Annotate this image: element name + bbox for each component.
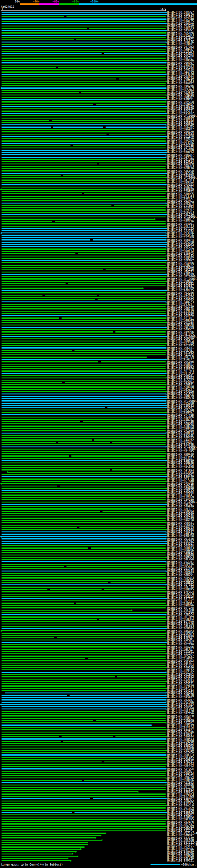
hit-bar[interactable] bbox=[2, 561, 166, 562]
hit-bar[interactable] bbox=[2, 577, 166, 578]
hit-bar[interactable] bbox=[2, 644, 166, 645]
hit-bar[interactable] bbox=[2, 258, 166, 259]
hit-bar[interactable] bbox=[2, 465, 166, 466]
hit-bar[interactable] bbox=[2, 426, 166, 427]
hit-bar[interactable] bbox=[2, 189, 166, 190]
hit-bar[interactable] bbox=[2, 472, 166, 473]
hit-bar[interactable] bbox=[2, 361, 166, 362]
hit-bar[interactable] bbox=[2, 394, 166, 395]
hit-bar[interactable] bbox=[2, 738, 166, 739]
hit-bar[interactable] bbox=[2, 331, 166, 332]
hit-bar[interactable] bbox=[2, 448, 166, 450]
hit-bar[interactable] bbox=[2, 750, 166, 751]
hit-bar[interactable] bbox=[2, 803, 166, 804]
hit-bar[interactable] bbox=[2, 124, 166, 125]
hit-bar[interactable] bbox=[2, 161, 166, 162]
hit-bar[interactable] bbox=[2, 287, 166, 288]
hit-bar[interactable] bbox=[2, 727, 166, 728]
hit-bar[interactable] bbox=[2, 278, 166, 279]
hit-bar[interactable] bbox=[2, 386, 166, 388]
hit-bar[interactable] bbox=[2, 704, 166, 705]
hit-bar[interactable] bbox=[2, 203, 166, 204]
hit-bar[interactable] bbox=[2, 356, 166, 358]
hit-bar[interactable] bbox=[2, 660, 166, 661]
hit-bar[interactable] bbox=[2, 784, 166, 785]
hit-bar[interactable] bbox=[2, 555, 166, 555]
hit-bar[interactable] bbox=[2, 837, 166, 838]
hit-bar[interactable] bbox=[2, 840, 166, 841]
hit-bar[interactable] bbox=[2, 594, 166, 595]
hit-bar[interactable] bbox=[2, 375, 166, 376]
hit-bar[interactable] bbox=[2, 633, 166, 634]
hit-bar[interactable] bbox=[2, 101, 166, 102]
hit-bar[interactable] bbox=[2, 552, 166, 553]
hit-bar[interactable] bbox=[2, 548, 166, 548]
hit-bar[interactable] bbox=[2, 748, 166, 748]
hit-bar[interactable] bbox=[2, 311, 166, 312]
hit-bar[interactable] bbox=[2, 14, 166, 15]
hit-bar[interactable] bbox=[2, 193, 166, 194]
hit-bar[interactable] bbox=[2, 798, 166, 799]
hit-bar[interactable] bbox=[2, 667, 166, 668]
hit-bar[interactable] bbox=[2, 232, 166, 234]
hit-bar[interactable] bbox=[2, 446, 166, 447]
hit-bar[interactable] bbox=[2, 345, 166, 346]
hit-bar[interactable] bbox=[2, 499, 166, 500]
hit-bar[interactable] bbox=[2, 244, 166, 245]
hit-bar[interactable] bbox=[2, 605, 166, 606]
hit-bar[interactable] bbox=[2, 354, 166, 355]
hit-bar[interactable] bbox=[2, 281, 166, 282]
hit-bar[interactable] bbox=[2, 324, 166, 326]
hit-bar[interactable] bbox=[2, 76, 166, 77]
hit-bar[interactable] bbox=[2, 697, 166, 698]
hit-bar[interactable] bbox=[2, 329, 166, 330]
hit-bar[interactable] bbox=[2, 805, 166, 806]
hit-bar[interactable] bbox=[2, 860, 166, 861]
hit-bar[interactable] bbox=[2, 743, 166, 744]
hit-bar[interactable] bbox=[2, 184, 166, 185]
hit-bar[interactable] bbox=[2, 522, 166, 523]
hit-bar[interactable] bbox=[2, 55, 166, 56]
hit-bar[interactable] bbox=[2, 490, 166, 491]
hit-bar[interactable] bbox=[2, 623, 166, 624]
hit-bar[interactable] bbox=[2, 214, 166, 215]
hit-label[interactable]: UniRef100_B4PCZ1 bbox=[167, 859, 194, 862]
hit-bar[interactable] bbox=[2, 421, 166, 422]
hit-bar[interactable] bbox=[2, 154, 166, 155]
hit-bar[interactable] bbox=[2, 568, 166, 569]
hit-bar[interactable] bbox=[2, 28, 166, 29]
hit-bar[interactable] bbox=[2, 846, 166, 847]
hit-bar[interactable] bbox=[2, 536, 166, 537]
hit-bar[interactable] bbox=[2, 543, 166, 544]
hit-bar[interactable] bbox=[2, 481, 166, 482]
hit-bar[interactable] bbox=[2, 575, 166, 576]
hit-bar[interactable] bbox=[2, 518, 166, 519]
hit-bar[interactable] bbox=[2, 177, 166, 178]
hit-bar[interactable] bbox=[2, 453, 166, 454]
hit-bar[interactable] bbox=[2, 516, 166, 516]
hit-bar[interactable] bbox=[2, 458, 166, 459]
hit-bar[interactable] bbox=[2, 557, 166, 558]
hit-bar[interactable] bbox=[2, 336, 166, 337]
hit-bar[interactable] bbox=[2, 587, 166, 588]
hit-bar[interactable] bbox=[2, 651, 166, 652]
hit-bar[interactable] bbox=[2, 200, 166, 201]
hit-bar[interactable] bbox=[2, 504, 166, 505]
hit-bar[interactable] bbox=[2, 67, 166, 68]
hit-bar[interactable] bbox=[2, 368, 166, 369]
hit-bar[interactable] bbox=[2, 621, 166, 622]
hit-bar[interactable] bbox=[2, 400, 166, 401]
hit-bar[interactable] bbox=[2, 681, 166, 682]
hit-bar[interactable] bbox=[2, 115, 166, 116]
hit-bar[interactable] bbox=[2, 456, 166, 456]
hit-bar[interactable] bbox=[2, 821, 166, 822]
hit-bar[interactable] bbox=[2, 251, 166, 252]
hit-bar[interactable] bbox=[2, 810, 166, 811]
hit-bar[interactable] bbox=[2, 384, 166, 385]
hit-bar[interactable] bbox=[2, 842, 166, 843]
hit-bar[interactable] bbox=[2, 366, 166, 367]
hit-bar[interactable] bbox=[2, 221, 166, 222]
hit-bar[interactable] bbox=[2, 600, 166, 601]
hit-bar[interactable] bbox=[2, 662, 166, 663]
hit-bar[interactable] bbox=[2, 610, 166, 611]
